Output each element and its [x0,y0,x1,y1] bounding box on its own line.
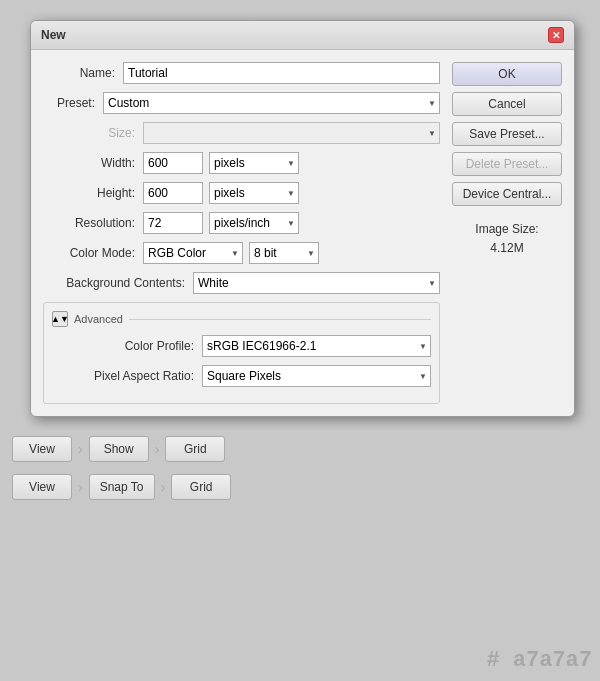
advanced-text: Advanced [74,313,123,325]
advanced-label-bar: ▲▼ Advanced [52,311,431,327]
hash-watermark: # a7a7a7 [486,648,592,673]
width-unit-select[interactable]: pixels [209,152,299,174]
dialog-title: New [41,28,66,42]
close-button[interactable]: ✕ [548,27,564,43]
color-mode-row: Color Mode: RGB Color 8 bit [43,242,440,264]
snap-to-button[interactable]: Snap To [89,474,155,500]
dialog-titlebar: New ✕ [31,21,574,50]
resolution-row: Resolution: pixels/inch [43,212,440,234]
size-label: Size: [43,126,143,140]
new-dialog: New ✕ Name: Preset: Custom Size: [30,20,575,417]
height-row: Height: pixels [43,182,440,204]
save-preset-button[interactable]: Save Preset... [452,122,562,146]
arrow-icon-2: › [155,441,160,457]
pixel-aspect-wrapper: Square Pixels [202,365,431,387]
collapse-button[interactable]: ▲▼ [52,311,68,327]
name-label: Name: [43,66,123,80]
pixel-aspect-select[interactable]: Square Pixels [202,365,431,387]
name-row: Name: [43,62,440,84]
bit-depth-select[interactable]: 8 bit [249,242,319,264]
color-mode-select[interactable]: RGB Color [143,242,243,264]
resolution-unit-select[interactable]: pixels/inch [209,212,299,234]
width-label: Width: [43,156,143,170]
advanced-divider [129,319,431,320]
pixel-aspect-row: Pixel Aspect Ratio: Square Pixels [52,365,431,387]
dialog-body: Name: Preset: Custom Size: [31,50,574,416]
width-input[interactable] [143,152,203,174]
height-unit-wrapper: pixels [209,182,299,204]
bg-contents-label: Background Contents: [43,276,193,290]
ok-button[interactable]: OK [452,62,562,86]
image-size-label: Image Size: [452,220,562,239]
grid-button-2[interactable]: Grid [171,474,231,500]
cancel-button[interactable]: Cancel [452,92,562,116]
color-mode-label: Color Mode: [43,246,143,260]
height-label: Height: [43,186,143,200]
dialog-actions: OK Cancel Save Preset... Delete Preset..… [452,62,562,404]
bg-contents-select[interactable]: White [193,272,440,294]
name-input[interactable] [123,62,440,84]
image-size-value: 4.12M [452,239,562,258]
height-unit-select[interactable]: pixels [209,182,299,204]
resolution-label: Resolution: [43,216,143,230]
preset-select-wrapper: Custom [103,92,440,114]
preset-select[interactable]: Custom [103,92,440,114]
bit-depth-wrapper: 8 bit [249,242,319,264]
color-mode-wrapper: RGB Color [143,242,243,264]
delete-preset-button[interactable]: Delete Preset... [452,152,562,176]
size-select-wrapper [143,122,440,144]
arrow-icon-3: › [78,479,83,495]
arrow-icon-1: › [78,441,83,457]
preset-row: Preset: Custom [43,92,440,114]
advanced-section: ▲▼ Advanced Color Profile: sRGB IEC61966… [43,302,440,404]
width-unit-wrapper: pixels [209,152,299,174]
grid-button-1[interactable]: Grid [165,436,225,462]
color-profile-select[interactable]: sRGB IEC61966-2.1 [202,335,431,357]
size-row: Size: [43,122,440,144]
bg-contents-row: Background Contents: White [43,272,440,294]
device-central-button[interactable]: Device Central... [452,182,562,206]
preset-label: Preset: [43,96,103,110]
size-select [143,122,440,144]
show-button[interactable]: Show [89,436,149,462]
resolution-unit-wrapper: pixels/inch [209,212,299,234]
view-button-2[interactable]: View [12,474,72,500]
bg-contents-wrapper: White [193,272,440,294]
bottom-area: View › Show › Grid View › Snap To › Grid [0,430,600,681]
toolbar-row-2: View › Snap To › Grid [0,468,600,506]
color-profile-row: Color Profile: sRGB IEC61966-2.1 [52,335,431,357]
arrow-icon-4: › [161,479,166,495]
pixel-aspect-label: Pixel Aspect Ratio: [52,369,202,383]
dialog-form: Name: Preset: Custom Size: [43,62,440,404]
view-button-1[interactable]: View [12,436,72,462]
toolbar-row-1: View › Show › Grid [0,430,600,468]
height-input[interactable] [143,182,203,204]
width-row: Width: pixels [43,152,440,174]
color-profile-label: Color Profile: [52,339,202,353]
image-size-info: Image Size: 4.12M [452,220,562,258]
resolution-input[interactable] [143,212,203,234]
color-profile-wrapper: sRGB IEC61966-2.1 [202,335,431,357]
